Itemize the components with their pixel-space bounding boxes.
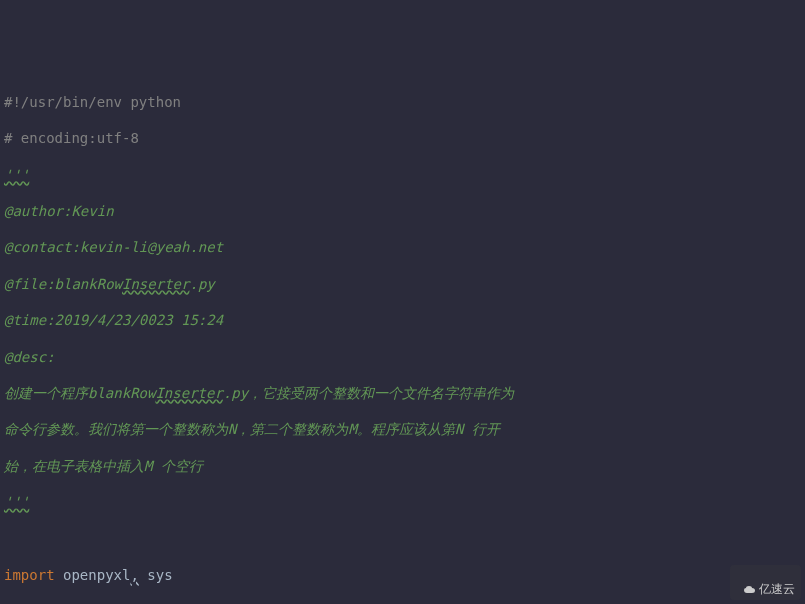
- code-line: ''': [4, 166, 801, 184]
- docstring-close: ''': [4, 494, 29, 510]
- code-line: ''': [4, 493, 801, 511]
- blank-line: [4, 529, 801, 547]
- code-line: #!/usr/bin/env python: [4, 93, 801, 111]
- code-line: 创建一个程序blankRowInserter.py，它接受两个整数和一个文件名字…: [4, 384, 801, 402]
- watermark-text: 亿速云: [759, 582, 795, 596]
- code-line: @file:blankRowInserter.py: [4, 275, 801, 293]
- code-line: @time:2019/4/23/0023 15:24: [4, 311, 801, 329]
- code-line: import openpyxl, sys: [4, 566, 801, 584]
- code-line: @author:Kevin: [4, 202, 801, 220]
- shebang: #!/usr/bin/env python: [4, 94, 181, 110]
- doc-time: @time:2019/4/23/0023 15:24: [4, 312, 223, 328]
- docstring-open: ''': [4, 167, 29, 183]
- doc-author: @author:Kevin: [4, 203, 114, 219]
- code-editor-area: #!/usr/bin/env python # encoding:utf-8 '…: [0, 73, 805, 604]
- watermark-logo: 亿速云: [730, 565, 801, 600]
- doc-desc: @desc:: [4, 349, 55, 365]
- cloud-icon: [743, 585, 757, 595]
- code-line: 命令行参数。我们将第一个整数称为N，第二个整数称为M。程序应该从第N 行开: [4, 420, 801, 438]
- doc-contact: @contact:kevin-li@yeah.net: [4, 239, 223, 255]
- code-line: # encoding:utf-8: [4, 129, 801, 147]
- code-line: 始，在电子表格中插入M 个空行: [4, 457, 801, 475]
- code-line: @contact:kevin-li@yeah.net: [4, 238, 801, 256]
- code-line: @desc:: [4, 348, 801, 366]
- encoding-decl: # encoding:utf-8: [4, 130, 139, 146]
